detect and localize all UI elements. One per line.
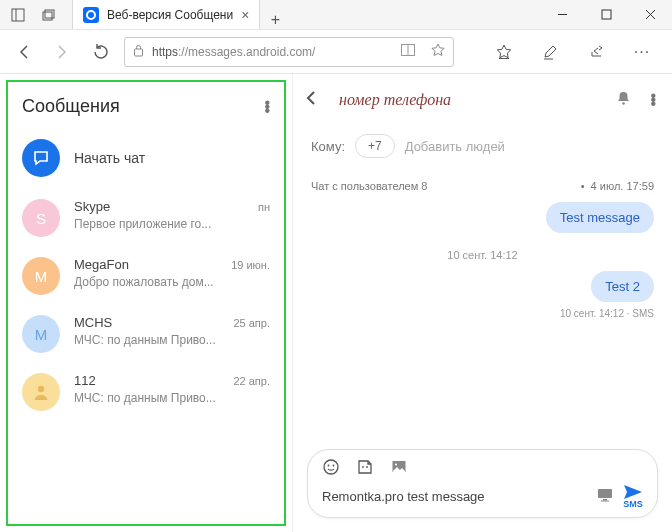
favorite-star-icon[interactable]: [431, 43, 445, 60]
conversation-preview: МЧС: по данным Приво...: [74, 333, 219, 347]
tab-title: Веб-версия Сообщени: [107, 8, 233, 22]
chat-header: номер телефона •••: [293, 74, 672, 126]
nav-refresh-button[interactable]: [86, 38, 114, 66]
conversation-item[interactable]: M MegaFon Добро пожаловать дом... 19 июн…: [8, 247, 284, 305]
svg-rect-8: [135, 49, 143, 56]
conversation-time: пн: [258, 201, 270, 213]
message-bubble[interactable]: Test message: [546, 202, 654, 233]
browser-toolbar: https://messages.android.com/ ···: [0, 30, 672, 74]
add-people-input[interactable]: Добавить людей: [405, 139, 505, 154]
to-label: Кому:: [311, 139, 345, 154]
conversation-preview: Добро пожаловать дом...: [74, 275, 217, 289]
compose-input[interactable]: Remontka.pro test message: [322, 489, 587, 504]
svg-rect-23: [603, 499, 607, 501]
conversation-name: Skype: [74, 199, 244, 214]
message-thread: Чат с пользователем 8 • 4 июл. 17:59 Tes…: [293, 170, 672, 441]
new-chat-icon: [22, 139, 60, 177]
conversation-name: 112: [74, 373, 219, 388]
message-bubble[interactable]: Test 2: [591, 271, 654, 302]
reader-mode-icon[interactable]: [401, 44, 415, 59]
more-icon[interactable]: ···: [628, 38, 656, 66]
svg-rect-2: [43, 12, 52, 20]
chat-menu-icon[interactable]: •••: [650, 94, 656, 106]
svg-point-13: [38, 386, 44, 392]
new-chat-button[interactable]: Начать чат: [8, 127, 284, 189]
conversation-name: MegaFon: [74, 257, 217, 272]
emoji-icon[interactable]: [322, 458, 340, 480]
svg-point-18: [362, 466, 364, 468]
avatar: S: [22, 199, 60, 237]
back-icon[interactable]: [303, 89, 321, 111]
conversation-time: 25 апр.: [233, 317, 270, 329]
svg-rect-24: [601, 500, 609, 501]
avatar: [22, 373, 60, 411]
conversation-item[interactable]: S Skype Первое приложение го... пн: [8, 189, 284, 247]
new-chat-label: Начать чат: [74, 150, 145, 166]
window-minimize-button[interactable]: [540, 0, 584, 29]
window-title-bar: Веб-версия Сообщени × +: [0, 0, 672, 30]
svg-rect-0: [12, 9, 24, 21]
bell-icon[interactable]: [615, 90, 632, 111]
svg-rect-3: [45, 10, 54, 18]
chat-panel: номер телефона ••• Кому: +7 Добавить люд…: [292, 74, 672, 532]
message-composer: Remontka.pro test message SMS: [307, 449, 658, 518]
url-text: https://messages.android.com/: [152, 45, 393, 59]
svg-point-19: [366, 466, 368, 468]
share-icon[interactable]: [582, 38, 610, 66]
sidebar: Сообщения ••• Начать чат S Skype Первое …: [6, 80, 286, 526]
timestamp: 10 сент. 14:12: [311, 249, 654, 261]
favicon-icon: [83, 7, 99, 23]
window-maximize-button[interactable]: [584, 0, 628, 29]
message-meta: 10 сент. 14:12 · SMS: [311, 308, 654, 319]
conversation-item[interactable]: M MCHS МЧС: по данным Приво... 25 апр.: [8, 305, 284, 363]
tab-close-icon[interactable]: ×: [241, 8, 249, 22]
favorites-icon[interactable]: [490, 38, 518, 66]
chat-title: номер телефона: [339, 91, 597, 109]
conversation-time: 22 апр.: [233, 375, 270, 387]
day-header-label: Чат с пользователем 8: [311, 180, 575, 192]
conversation-preview: Первое приложение го...: [74, 217, 244, 231]
browser-tab[interactable]: Веб-версия Сообщени ×: [72, 0, 260, 29]
avatar: M: [22, 315, 60, 353]
day-header-time: 4 июл. 17:59: [591, 180, 654, 192]
sidebar-toggle-icon[interactable]: [10, 7, 26, 23]
conversation-name: MCHS: [74, 315, 219, 330]
window-close-button[interactable]: [628, 0, 672, 29]
svg-point-16: [328, 465, 330, 467]
sticker-icon[interactable]: [356, 458, 374, 480]
image-icon[interactable]: [390, 458, 408, 480]
svg-point-21: [395, 463, 397, 465]
conversation-time: 19 июн.: [231, 259, 270, 271]
sidebar-title: Сообщения: [22, 96, 264, 117]
svg-point-15: [324, 460, 338, 474]
sidebar-menu-icon[interactable]: •••: [264, 101, 270, 113]
recipient-chip[interactable]: +7: [355, 134, 395, 158]
nav-forward-button[interactable]: [48, 38, 76, 66]
notes-icon[interactable]: [536, 38, 564, 66]
nav-back-button[interactable]: [10, 38, 38, 66]
recipient-row: Кому: +7 Добавить людей: [293, 126, 672, 170]
conversation-item[interactable]: 112 МЧС: по данным Приво... 22 апр.: [8, 363, 284, 421]
svg-point-14: [623, 102, 626, 105]
send-button[interactable]: SMS: [623, 484, 643, 509]
address-bar[interactable]: https://messages.android.com/: [124, 37, 454, 67]
desktop-icon: [597, 488, 613, 506]
svg-rect-22: [598, 489, 612, 498]
new-tab-button[interactable]: +: [260, 11, 290, 29]
tabs-icon[interactable]: [40, 7, 56, 23]
svg-point-17: [333, 465, 335, 467]
conversation-preview: МЧС: по данным Приво...: [74, 391, 219, 405]
avatar: M: [22, 257, 60, 295]
lock-icon: [133, 44, 144, 60]
svg-rect-5: [602, 10, 611, 19]
